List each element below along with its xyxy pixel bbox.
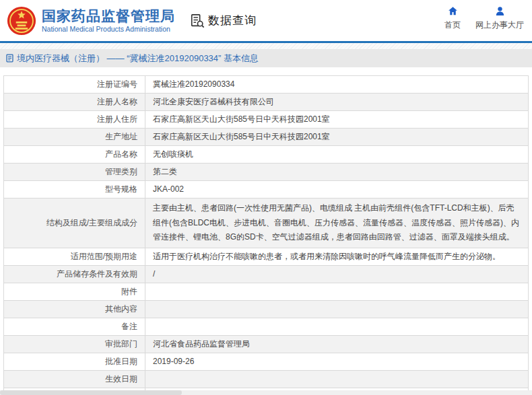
row-value: 冀械注准20192090334 bbox=[145, 76, 529, 94]
row-label: 型号规格 bbox=[4, 181, 145, 199]
data-query-section: 数据查询 bbox=[190, 13, 257, 28]
row-label: 管理类别 bbox=[4, 164, 145, 181]
org-title-block: 国家药品监督管理局 National Medical Products Admi… bbox=[42, 8, 175, 34]
table-row: 产品储存条件及有效期 / bbox=[4, 265, 529, 283]
home-icon bbox=[447, 5, 459, 17]
hatch-strip bbox=[0, 43, 532, 49]
row-value: 2019-09-26 bbox=[145, 353, 529, 370]
row-label: 审批部门 bbox=[4, 335, 145, 353]
row-value: 第二类 bbox=[145, 164, 529, 181]
row-label: 产品储存条件及有效期 bbox=[4, 265, 145, 283]
row-value: JKA-002 bbox=[145, 181, 529, 199]
breadcrumb: 境内医疗器械（注册） —— “冀械注准20192090334” 基本信息 bbox=[0, 49, 532, 67]
org-name-cn: 国家药品监督管理局 bbox=[42, 8, 175, 24]
row-value: 河北全康安医疗器械科技有限公司 bbox=[145, 94, 529, 111]
breadcrumb-text: 境内医疗器械（注册） —— “冀械注准20192090334” 基本信息 bbox=[17, 52, 259, 65]
nav-home-label: 首页 bbox=[444, 20, 461, 31]
horizontal-scrollbar[interactable] bbox=[0, 390, 532, 395]
table-row: 注册人住所 石家庄高新区天山大街585号日中天科技园2001室 bbox=[4, 111, 529, 129]
user-icon bbox=[494, 5, 506, 17]
table-row: 生产地址 石家庄高新区天山大街585号日中天科技园2001室 bbox=[4, 129, 529, 146]
row-label: 结构及组成/主要组成成分 bbox=[4, 199, 145, 248]
row-value: / bbox=[145, 265, 529, 283]
nav-home[interactable]: 首页 bbox=[444, 5, 461, 31]
table-row: 附件 bbox=[4, 283, 529, 300]
table-row: 批准日期 2019-09-26 bbox=[4, 353, 529, 370]
row-value: 河北省食品药品监督管理局 bbox=[145, 335, 529, 353]
row-label: 生产地址 bbox=[4, 129, 145, 146]
row-value bbox=[145, 283, 529, 300]
nav-online-hall[interactable]: 网上办事大厅 bbox=[475, 5, 524, 31]
row-label: 适用范围/预期用途 bbox=[4, 248, 145, 265]
row-value: 石家庄高新区天山大街585号日中天科技园2001室 bbox=[145, 111, 529, 129]
table-row: 审批部门 河北省食品药品监督管理局 bbox=[4, 335, 529, 353]
row-value bbox=[145, 370, 529, 388]
table-row: 备注 bbox=[4, 318, 529, 335]
row-label: 其他内容 bbox=[4, 300, 145, 318]
row-value: 无创咳痰机 bbox=[145, 146, 529, 164]
national-emblem-icon bbox=[7, 6, 36, 36]
row-value: 适用于医疗机构治疗不能咳嗽的患者，或者用来清除因咳嗽时的呼气峰流量降低而产生的分… bbox=[145, 248, 529, 265]
row-label: 生效日期 bbox=[4, 370, 145, 388]
table-row: 其他内容 bbox=[4, 300, 529, 318]
row-value bbox=[145, 318, 529, 335]
row-label: 批准日期 bbox=[4, 353, 145, 370]
page-header: 国家药品监督管理局 National Medical Products Admi… bbox=[0, 0, 532, 41]
registration-info-table-wrap: 注册证编号 冀械注准20192090334 注册人名称 河北全康安医疗器械科技有… bbox=[0, 67, 532, 395]
row-label: 注册人名称 bbox=[4, 94, 145, 111]
registration-info-table: 注册证编号 冀械注准20192090334 注册人名称 河北全康安医疗器械科技有… bbox=[3, 75, 529, 395]
table-row: 生效日期 bbox=[4, 370, 529, 388]
document-search-icon bbox=[190, 13, 205, 28]
table-row: 注册证编号 冀械注准20192090334 bbox=[4, 76, 529, 94]
data-query-label: 数据查询 bbox=[208, 13, 257, 28]
document-icon bbox=[5, 54, 14, 63]
row-value: 主要由主机、患者回路(一次性使用无菌产品)、电缆组成 主机由前壳组件(包含TFT… bbox=[145, 199, 529, 248]
nav-online-hall-label: 网上办事大厅 bbox=[475, 20, 524, 31]
org-name-en: National Medical Products Administration bbox=[42, 26, 175, 34]
table-row: 适用范围/预期用途 适用于医疗机构治疗不能咳嗽的患者，或者用来清除因咳嗽时的呼气… bbox=[4, 248, 529, 265]
table-row: 结构及组成/主要组成成分 主要由主机、患者回路(一次性使用无菌产品)、电缆组成 … bbox=[4, 199, 529, 248]
table-row: 型号规格 JKA-002 bbox=[4, 181, 529, 199]
row-value: 石家庄高新区天山大街585号日中天科技园2001室 bbox=[145, 129, 529, 146]
row-label: 备注 bbox=[4, 318, 145, 335]
row-value bbox=[145, 300, 529, 318]
top-nav: 首页 网上办事大厅 bbox=[444, 5, 524, 31]
row-label: 附件 bbox=[4, 283, 145, 300]
table-row: 注册人名称 河北全康安医疗器械科技有限公司 bbox=[4, 94, 529, 111]
row-label: 注册证编号 bbox=[4, 76, 145, 94]
table-row: 管理类别 第二类 bbox=[4, 164, 529, 181]
horizontal-scrollbar-thumb[interactable] bbox=[0, 390, 182, 395]
table-row: 产品名称 无创咳痰机 bbox=[4, 146, 529, 164]
row-label: 注册人住所 bbox=[4, 111, 145, 129]
row-label: 产品名称 bbox=[4, 146, 145, 164]
